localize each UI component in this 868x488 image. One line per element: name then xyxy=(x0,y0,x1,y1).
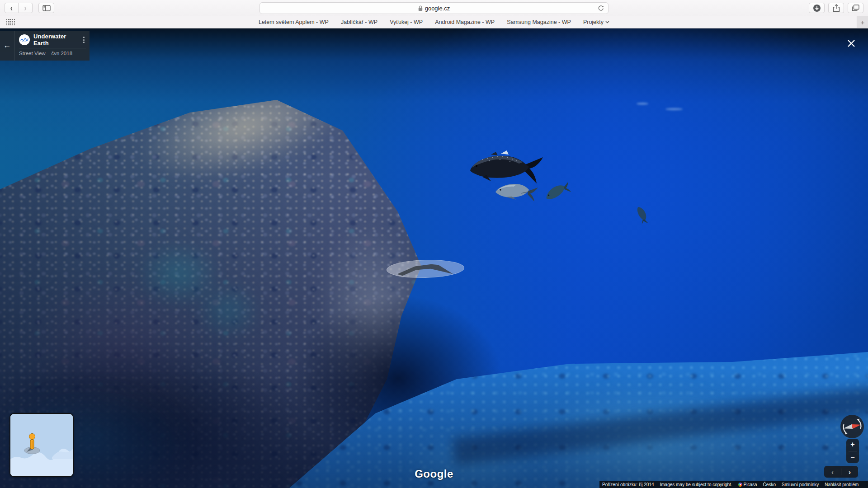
bottom-vignette xyxy=(0,28,868,488)
bookmark-letem-svetem-applem[interactable]: Letem světem Applem - WP xyxy=(259,19,329,25)
url-text: google.cz xyxy=(425,5,450,12)
distant-fish xyxy=(635,205,649,225)
bookmark-vytukej[interactable]: Vyťukej - WP xyxy=(390,19,423,25)
bookmarks-grid-icon[interactable] xyxy=(6,19,15,26)
reload-button[interactable] xyxy=(598,5,604,14)
streetview-panorama[interactable]: ← Underwater Earth Street View – čvn 201… xyxy=(0,28,868,488)
back-arrow-icon: ← xyxy=(4,41,11,50)
bookmark-jablickar[interactable]: Jablíčkář - WP xyxy=(341,19,377,25)
picasa-attribution[interactable]: Picasa xyxy=(738,482,757,487)
close-streetview-button[interactable] xyxy=(844,37,858,50)
lock-icon xyxy=(418,5,423,11)
share-button[interactable] xyxy=(828,3,844,13)
chevron-down-icon xyxy=(605,21,609,23)
reload-icon xyxy=(598,5,604,12)
publisher-avatar xyxy=(19,34,30,45)
favorites-bar: Letem světem Applem - WP Jablíčkář - WP … xyxy=(0,16,868,28)
forward-button[interactable]: › xyxy=(19,3,33,13)
favorites-items: Letem světem Applem - WP Jablíčkář - WP … xyxy=(259,19,609,25)
sidebar-icon xyxy=(42,5,51,11)
streetview-header-main: Underwater Earth Street View – čvn 2018 xyxy=(15,31,90,61)
back-icon: ‹ xyxy=(10,4,13,13)
picasa-icon xyxy=(738,483,742,487)
compass-icon xyxy=(840,414,864,439)
streetview-header-card: ← Underwater Earth Street View – čvn 201… xyxy=(0,31,90,61)
downloads-button[interactable] xyxy=(809,3,825,13)
copyright-label: Images may be subject to copyright. xyxy=(660,482,732,487)
address-bar[interactable]: google.cz xyxy=(259,2,609,14)
pano-title: Underwater Earth xyxy=(33,33,82,47)
bookmark-samsung-magazine[interactable]: Samsung Magazine - WP xyxy=(507,19,571,25)
zoom-controls: + − xyxy=(846,439,859,463)
country-label: Česko xyxy=(763,482,776,487)
bookmark-folder-projekty[interactable]: Projekty xyxy=(583,19,609,25)
google-watermark: Google xyxy=(0,468,868,480)
compass-control[interactable] xyxy=(840,414,864,441)
download-icon xyxy=(813,4,821,12)
pano-pager: ‹ › xyxy=(824,466,858,478)
floating-particles xyxy=(637,103,648,105)
previous-pano-button[interactable]: ‹ xyxy=(824,468,841,476)
tabs-icon xyxy=(852,5,859,11)
pano-subtitle: Street View – čvn 2018 xyxy=(19,48,86,56)
share-icon xyxy=(833,4,840,12)
floating-particles xyxy=(665,108,683,110)
attribution-bar: Pořízení obrázku: říj 2014 Images may be… xyxy=(599,481,868,488)
forward-icon: › xyxy=(24,4,26,13)
silver-trevally-fish xyxy=(495,184,538,202)
underwater-earth-logo xyxy=(20,37,28,42)
picasa-label: Picasa xyxy=(744,482,757,487)
zoom-in-button[interactable]: + xyxy=(846,439,859,451)
history-nav-group: ‹ › xyxy=(5,3,33,13)
sidebar-toggle-button[interactable] xyxy=(38,3,54,13)
capture-date-label: Pořízení obrázku: říj 2014 xyxy=(602,482,654,487)
move-chevron-icon xyxy=(392,261,460,277)
tab-overview-button[interactable] xyxy=(848,3,863,13)
browser-window: ‹ › google.cz xyxy=(0,0,868,488)
giant-trevally-fish xyxy=(470,150,543,183)
back-button[interactable]: ‹ xyxy=(5,3,19,13)
next-pano-button[interactable]: › xyxy=(841,468,858,476)
more-options-button[interactable] xyxy=(82,36,86,44)
back-to-map-button[interactable]: ← xyxy=(0,31,15,61)
overview-minimap[interactable] xyxy=(9,413,74,477)
bookmark-folder-label: Projekty xyxy=(583,19,604,25)
close-icon xyxy=(846,38,856,48)
new-tab-button[interactable]: + xyxy=(857,16,868,28)
minimap-canvas xyxy=(10,414,73,476)
fish-school xyxy=(461,149,656,230)
terms-link[interactable]: Smluvní podmínky xyxy=(782,482,819,487)
browser-toolbar: ‹ › google.cz xyxy=(0,0,868,16)
trevally-fish xyxy=(543,180,573,204)
report-problem-link[interactable]: Nahlásit problém xyxy=(825,482,859,487)
zoom-out-button[interactable]: − xyxy=(846,451,859,464)
toolbar-right-group xyxy=(809,3,863,13)
bookmark-android-magazine[interactable]: Android Magazine - WP xyxy=(435,19,495,25)
